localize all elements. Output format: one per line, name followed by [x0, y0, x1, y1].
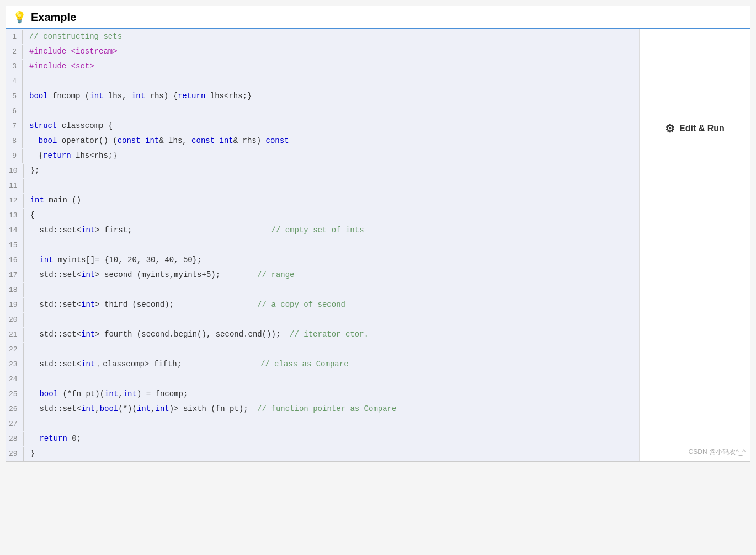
- token-nm: (*)(: [118, 404, 137, 413]
- token-kw: int: [123, 389, 137, 398]
- line-content: // constructing sets: [27, 29, 124, 44]
- line-content: [28, 238, 37, 252]
- line-content: struct classcomp {: [27, 119, 115, 133]
- line-number: 6: [6, 104, 23, 119]
- table-row: 29}: [6, 446, 639, 461]
- table-row: 14 std::set<int> first; // empty set of …: [6, 223, 639, 238]
- line-number: 15: [6, 238, 24, 253]
- table-row: 23 std::set<int，classcomp> fifth; // cla…: [6, 357, 639, 372]
- line-content: [28, 342, 37, 356]
- token-nm: main (): [44, 196, 81, 205]
- token-nm: fncomp (: [48, 92, 90, 100]
- token-nm: [30, 389, 40, 398]
- table-row: 12int main (): [6, 193, 639, 208]
- line-number: 5: [6, 89, 23, 104]
- line-content: bool (*fn_pt)(int,int) = fncomp;: [28, 387, 190, 401]
- token-kw: return: [178, 92, 205, 100]
- line-content: std::set<int> fourth (second.begin(), se…: [28, 327, 371, 341]
- token-kw: int: [220, 136, 233, 145]
- token-nm: lhs<rhs;}: [71, 151, 118, 160]
- page-container: 💡 Example 1// constructing sets2#include…: [0, 0, 756, 555]
- table-row: 19 std::set<int> third (second); // a co…: [6, 297, 639, 312]
- line-number: 14: [6, 223, 24, 238]
- token-nm: [30, 434, 40, 443]
- line-number: 19: [6, 298, 24, 312]
- line-content: [28, 282, 37, 297]
- token-kw: bool: [29, 92, 48, 100]
- sidebar-panel: ⚙ Edit & Run: [640, 29, 750, 461]
- line-number: 16: [6, 253, 24, 268]
- token-nm: lhs<rhs;}: [205, 92, 252, 100]
- token-kw: bool: [39, 389, 58, 398]
- table-row: 28 return 0;: [6, 431, 639, 446]
- line-content: {return lhs<rhs;}: [27, 148, 120, 163]
- table-row: 21 std::set<int> fourth (second.begin(),…: [6, 327, 639, 342]
- token-nm: > second (myints,myints+5);: [95, 270, 257, 279]
- line-number: 24: [6, 372, 24, 387]
- token-cm: // iterator ctor.: [290, 330, 369, 339]
- line-number: 1: [6, 30, 23, 44]
- token-nm: ,: [151, 404, 155, 413]
- token-nm: {: [29, 151, 43, 160]
- token-nm: [30, 255, 40, 264]
- line-number: 18: [6, 283, 24, 297]
- line-content: [28, 312, 37, 327]
- line-number: 21: [6, 328, 24, 342]
- token-nm: ,: [95, 404, 99, 413]
- token-nm: )> sixth (fn_pt);: [169, 404, 258, 413]
- line-number: 4: [6, 74, 23, 89]
- token-pp: #include <iostream>: [29, 47, 118, 56]
- token-kw: int: [30, 196, 44, 205]
- token-cm: // class as Compare: [260, 360, 349, 369]
- line-content: std::set<int,bool(*)(int,int)> sixth (fn…: [28, 402, 399, 416]
- table-row: 22: [6, 342, 639, 357]
- table-row: 18: [6, 282, 639, 297]
- line-number: 12: [6, 194, 24, 208]
- bulb-icon: 💡: [13, 10, 26, 24]
- example-header: 💡 Example: [6, 6, 750, 29]
- token-nm: [141, 136, 145, 145]
- watermark: CSDN @小码农^_^: [689, 447, 746, 457]
- table-row: 9 {return lhs<rhs;}: [6, 148, 639, 163]
- line-number: 17: [6, 268, 24, 282]
- line-content: [27, 74, 36, 88]
- token-nm: }: [30, 449, 35, 458]
- token-kw: const: [191, 136, 215, 145]
- token-kw: struct: [29, 121, 57, 130]
- token-kw: bool: [39, 136, 57, 145]
- line-content: bool fncomp (int lhs, int rhs) {return l…: [27, 89, 254, 103]
- token-nm: std::set<: [30, 270, 81, 279]
- table-row: 10};: [6, 163, 639, 178]
- line-content: [28, 372, 37, 386]
- token-pp: #include <set>: [29, 62, 94, 71]
- token-kw: int: [81, 226, 95, 234]
- line-number: 20: [6, 313, 24, 327]
- line-content: }: [28, 446, 37, 461]
- line-content: #include <iostream>: [27, 44, 120, 58]
- token-nm: & lhs,: [159, 136, 191, 145]
- line-content: #include <set>: [27, 59, 97, 73]
- token-nm: ，classcomp> fifth;: [95, 360, 260, 369]
- example-section: 💡 Example 1// constructing sets2#include…: [6, 6, 750, 462]
- line-content: std::set<int> first; // empty set of int…: [28, 223, 366, 237]
- token-cm: // function pointer as Compare: [257, 404, 396, 413]
- token-kw: int: [81, 404, 95, 413]
- token-nm: 0;: [67, 434, 81, 443]
- line-content: return 0;: [28, 431, 83, 446]
- table-row: 26 std::set<int,bool(*)(int,int)> sixth …: [6, 402, 639, 417]
- token-nm: std::set<: [30, 300, 81, 309]
- table-row: 5bool fncomp (int lhs, int rhs) {return …: [6, 89, 639, 104]
- line-number: 10: [6, 164, 24, 178]
- line-content: };: [28, 163, 42, 178]
- line-number: 22: [6, 343, 24, 357]
- line-number: 9: [6, 149, 23, 163]
- token-kw: int: [145, 136, 159, 145]
- line-content: bool operator() (const int& lhs, const i…: [27, 134, 291, 148]
- line-number: 26: [6, 402, 24, 417]
- token-kw: int: [89, 92, 103, 100]
- edit-run-button[interactable]: ⚙ Edit & Run: [658, 118, 731, 140]
- token-kw: bool: [100, 404, 119, 413]
- line-content: {: [28, 208, 37, 222]
- token-kw: int: [104, 389, 118, 398]
- token-nm: [215, 136, 219, 145]
